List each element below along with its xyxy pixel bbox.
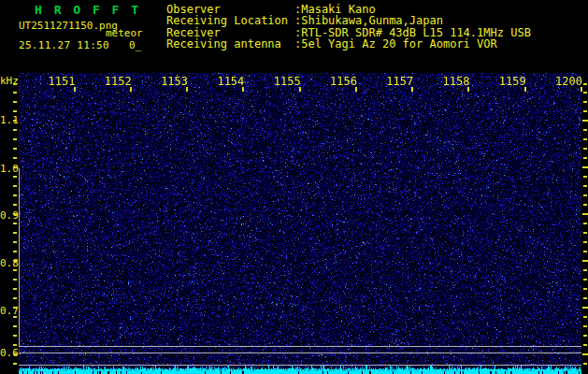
grid-line-middle xyxy=(19,352,581,353)
time-tick-mark xyxy=(524,87,526,92)
time-tick-mark xyxy=(467,87,469,92)
freq-tick-mark-left xyxy=(13,148,17,150)
freq-tick-mark-right xyxy=(583,185,587,187)
freq-tick-mark-right xyxy=(583,232,587,234)
freq-tick-mark-right xyxy=(583,344,587,346)
freq-tick-mark-right xyxy=(582,166,588,168)
time-tick-label: 1156 xyxy=(327,75,357,88)
freq-tick-mark-right xyxy=(582,353,588,355)
freq-tick-mark-left xyxy=(13,101,17,103)
freq-tick-mark-left xyxy=(13,176,17,178)
freq-tick-mark-right xyxy=(583,83,587,85)
app-title: H R O F F T xyxy=(35,3,141,17)
freq-tick-mark-left xyxy=(13,83,17,85)
time-tick-mark xyxy=(130,87,132,92)
freq-tick-mark-left xyxy=(13,213,17,215)
freq-tick-mark-left xyxy=(13,241,17,243)
station-info-value: :5el Yagi Az 20 for Aomori VOR xyxy=(294,38,531,50)
time-tick-label: 1200 xyxy=(552,75,582,88)
station-info-label: Receiving Location xyxy=(166,15,288,26)
freq-tick-mark-left xyxy=(13,185,17,187)
freq-tick-mark-right xyxy=(583,92,587,94)
time-tick-label: 1152 xyxy=(102,75,132,88)
freq-tick-mark-left xyxy=(13,194,17,196)
freq-tick-mark-left xyxy=(13,129,17,131)
freq-tick-mark-right xyxy=(583,157,587,159)
plot-left-border xyxy=(19,168,20,346)
hrofft-output: H R O F F T UT2511271150.png meteor 25.1… xyxy=(0,0,588,374)
freq-tick-mark-left xyxy=(13,316,17,318)
time-tick-label: 1155 xyxy=(271,75,301,88)
mode-label: meteor xyxy=(106,27,143,39)
freq-tick-label: 0.9 xyxy=(0,209,19,222)
time-tick-mark xyxy=(581,87,582,92)
freq-tick-mark-right xyxy=(583,251,587,252)
freq-tick-mark-right xyxy=(582,120,588,122)
freq-tick-mark-right xyxy=(583,241,587,243)
freq-tick-mark-left xyxy=(13,166,17,168)
time-tick-mark xyxy=(411,87,413,92)
time-tick-mark xyxy=(355,87,357,92)
freq-tick-mark-left xyxy=(13,307,17,309)
freq-tick-mark-left xyxy=(13,110,17,112)
freq-tick-mark-right xyxy=(583,138,587,140)
freq-tick-mark-right xyxy=(583,176,587,178)
freq-tick-mark-right xyxy=(583,148,587,150)
freq-tick-mark-right xyxy=(583,129,587,131)
time-tick-label: 1159 xyxy=(496,75,526,88)
freq-tick-mark-left xyxy=(13,138,17,140)
freq-tick-mark-right xyxy=(583,325,587,327)
timestamp: 25.11.27 11:50 xyxy=(19,39,109,51)
freq-tick-mark-right xyxy=(583,110,587,112)
freq-tick-mark-left xyxy=(13,157,17,159)
freq-tick-mark-left xyxy=(13,335,17,337)
freq-tick-mark-right xyxy=(583,297,587,299)
freq-tick-mark-right xyxy=(583,101,587,103)
freq-tick-mark-left xyxy=(13,204,17,206)
freq-tick-mark-right xyxy=(583,269,587,271)
grid-line-upper xyxy=(19,346,581,347)
freq-tick-mark-right xyxy=(583,223,587,224)
freq-tick-mark-left xyxy=(13,279,17,280)
freq-tick-mark-right xyxy=(583,363,587,365)
time-tick-label: 1151 xyxy=(46,75,76,88)
freq-tick-label: 1.0 xyxy=(0,163,19,175)
frequency-unit-label: kHz xyxy=(0,75,19,87)
freq-tick-mark-right xyxy=(583,288,587,290)
time-tick-label: 1153 xyxy=(158,75,188,88)
freq-tick-mark-right xyxy=(583,194,587,196)
freq-tick-mark-right xyxy=(583,204,587,206)
freq-tick-mark-right xyxy=(583,335,587,337)
freq-tick-mark-right xyxy=(583,279,587,280)
time-tick-mark xyxy=(299,87,301,92)
freq-tick-mark-left xyxy=(13,353,17,355)
time-tick-mark xyxy=(242,87,244,92)
freq-tick-mark-left xyxy=(13,344,17,346)
freq-tick-mark-left xyxy=(13,92,17,94)
freq-tick-mark-left xyxy=(13,232,17,234)
station-info-label: Receiving antenna xyxy=(166,38,288,50)
freq-tick-mark-left xyxy=(13,288,17,290)
station-info-labels: ObserverReceiving LocationReceiverReceiv… xyxy=(166,4,288,50)
freq-tick-mark-left xyxy=(13,363,17,365)
capture-filename: UT2511271150.png xyxy=(19,20,118,32)
freq-tick-mark-left xyxy=(13,297,17,299)
freq-tick-mark-left xyxy=(13,223,17,224)
time-tick-label: 1157 xyxy=(383,75,413,88)
freq-tick-mark-left xyxy=(13,120,17,122)
echo-count: 0_ xyxy=(129,39,141,51)
time-tick-label: 1154 xyxy=(214,75,244,88)
spectrogram-canvas xyxy=(19,73,581,374)
freq-tick-mark-left xyxy=(13,269,17,271)
freq-tick-mark-right xyxy=(582,213,588,215)
station-info-values: :Masaki Kano:Shibukawa,Gunma,Japan:RTL-S… xyxy=(294,4,531,50)
time-tick-label: 1158 xyxy=(439,75,469,88)
time-tick-mark xyxy=(186,87,188,92)
station-info-value: :Shibukawa,Gunma,Japan xyxy=(294,15,531,26)
freq-tick-mark-left xyxy=(13,260,17,262)
freq-tick-mark-left xyxy=(13,251,17,252)
freq-tick-mark-left xyxy=(13,325,17,327)
grid-line-lower xyxy=(19,365,581,366)
freq-tick-mark-right xyxy=(582,260,588,262)
freq-tick-label: 0.8 xyxy=(0,257,19,269)
